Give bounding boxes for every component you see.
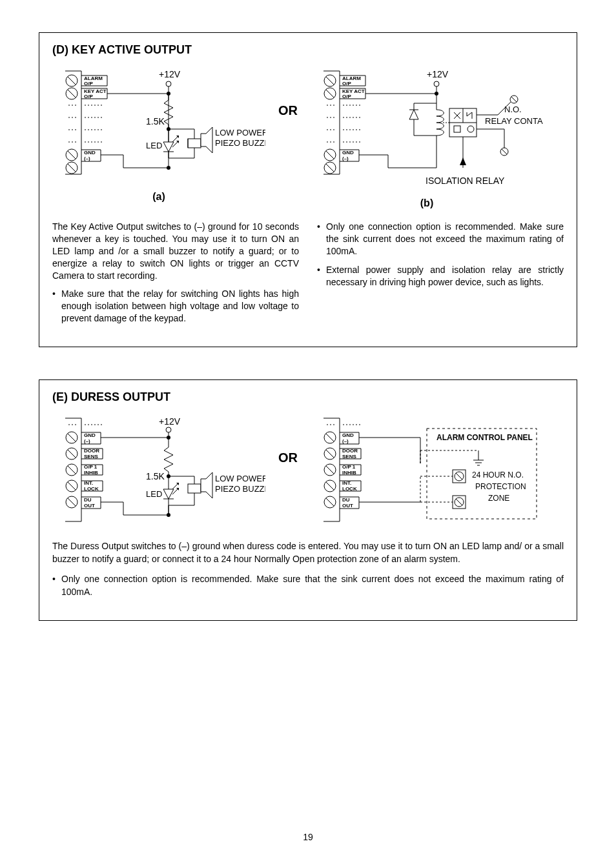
svg-text:ISOLATION RELAY: ISOLATION RELAY xyxy=(426,176,505,186)
svg-text:N.O.: N.O. xyxy=(504,105,522,114)
section-e-diagrams: GND(–) DOORSENS O/P 1INHIB INT.LOCK xyxy=(52,412,564,528)
svg-text:SENS: SENS xyxy=(342,454,356,459)
svg-text:O/P: O/P xyxy=(342,94,351,99)
section-e-title: (E) DURESS OUTPUT xyxy=(52,390,564,404)
section-d-title: (D) KEY ACTIVE OUTPUT xyxy=(52,43,564,57)
svg-text:GND: GND xyxy=(84,432,96,438)
svg-text:PIEZO BUZZER: PIEZO BUZZER xyxy=(215,484,265,494)
d-para1: The Key Active Output switches to (–) gr… xyxy=(52,221,299,281)
svg-text:+12V: +12V xyxy=(159,416,181,427)
svg-rect-57 xyxy=(188,139,201,148)
svg-point-102 xyxy=(434,81,439,86)
d-bullet1: Make sure that the relay for switching O… xyxy=(52,288,299,325)
diagram-d-b: ALARMO/P KEY ACTO/P GND(–) xyxy=(311,65,543,194)
svg-text:LED: LED xyxy=(146,489,162,499)
section-d-diagrams: ALARMO/P KEY ACTO/P GND(–) xyxy=(52,65,564,209)
d-bullet2: Only one connection option is recommende… xyxy=(317,221,564,257)
caption-a: (a) xyxy=(152,191,165,203)
svg-marker-109 xyxy=(409,110,418,119)
svg-text:LOW POWER: LOW POWER xyxy=(215,128,265,137)
section-d-panel: (D) KEY ACTIVE OUTPUT ALARMO/P xyxy=(39,32,577,347)
svg-text:PIEZO BUZZER: PIEZO BUZZER xyxy=(215,138,265,148)
section-d-text: The Key Active Output switches to (–) gr… xyxy=(52,221,564,331)
svg-marker-188 xyxy=(163,489,174,499)
svg-text:INHIB: INHIB xyxy=(342,470,356,476)
svg-text:(–): (–) xyxy=(342,438,349,444)
svg-text:1.5K: 1.5K xyxy=(146,471,165,481)
svg-text:+12V: +12V xyxy=(427,69,449,79)
svg-text:OUT: OUT xyxy=(342,503,353,509)
section-e-text: The Duress Output switches to (–) ground… xyxy=(52,540,564,598)
svg-text:LOCK: LOCK xyxy=(84,486,99,492)
svg-rect-198 xyxy=(188,484,201,493)
e-bullet1: Only one connection option is recommende… xyxy=(52,572,564,599)
svg-text:(–): (–) xyxy=(342,156,349,161)
svg-text:DU: DU xyxy=(84,497,92,503)
svg-text:O/P: O/P xyxy=(342,81,351,86)
svg-text:(–): (–) xyxy=(84,156,90,161)
svg-text:GND: GND xyxy=(84,150,96,156)
e-para1: The Duress Output switches to (–) ground… xyxy=(52,540,564,566)
svg-point-121 xyxy=(467,126,474,132)
svg-text:24 HOUR N.O.: 24 HOUR N.O. xyxy=(472,470,524,479)
svg-text:GND: GND xyxy=(342,150,354,156)
or-separator-e: OR xyxy=(278,412,298,465)
svg-text:RELAY CONTACT: RELAY CONTACT xyxy=(485,116,543,126)
svg-text:O/P 1: O/P 1 xyxy=(342,464,356,470)
svg-text:1.5K: 1.5K xyxy=(146,116,165,126)
svg-text:ZONE: ZONE xyxy=(488,494,509,503)
svg-marker-134 xyxy=(460,157,466,165)
svg-point-41 xyxy=(166,81,171,86)
svg-text:INHIB: INHIB xyxy=(84,470,98,476)
svg-text:DOOR: DOOR xyxy=(342,448,358,454)
svg-text:OUT: OUT xyxy=(84,503,95,509)
svg-text:INT.: INT. xyxy=(342,480,351,486)
svg-text:O/P: O/P xyxy=(84,81,93,86)
svg-text:INT.: INT. xyxy=(84,480,93,486)
d-bullet3: External power supply and isolation rela… xyxy=(317,264,564,288)
or-separator-d: OR xyxy=(278,65,298,118)
svg-text:(–): (–) xyxy=(84,438,90,444)
svg-point-182 xyxy=(166,427,171,432)
diagram-e-left: GND(–) DOORSENS O/P 1INHIB INT.LOCK xyxy=(52,412,265,528)
svg-marker-47 xyxy=(163,142,174,152)
svg-text:DU: DU xyxy=(342,497,350,503)
svg-text:+12V: +12V xyxy=(159,69,181,79)
svg-text:O/P 1: O/P 1 xyxy=(84,464,98,470)
svg-text:LOW POWER: LOW POWER xyxy=(215,474,265,483)
diagram-d-a: ALARMO/P KEY ACTO/P GND(–) xyxy=(52,65,265,187)
svg-text:SENS: SENS xyxy=(84,454,98,459)
svg-text:GND: GND xyxy=(342,432,354,438)
page-number: 19 xyxy=(0,832,616,842)
svg-text:LED: LED xyxy=(146,141,162,150)
svg-text:DOOR: DOOR xyxy=(84,448,99,454)
svg-text:ALARM CONTROL PANEL: ALARM CONTROL PANEL xyxy=(436,433,533,442)
svg-text:LOCK: LOCK xyxy=(342,486,357,492)
svg-rect-120 xyxy=(454,126,460,132)
section-e-panel: (E) DURESS OUTPUT GND(–) xyxy=(39,379,577,621)
svg-text:PROTECTION: PROTECTION xyxy=(475,482,526,491)
svg-text:O/P: O/P xyxy=(84,94,93,99)
diagram-e-right: GND(–) DOORSENS O/P 1INHIB INT.LOCK DUOU… xyxy=(311,412,543,528)
caption-b: (b) xyxy=(420,197,433,209)
